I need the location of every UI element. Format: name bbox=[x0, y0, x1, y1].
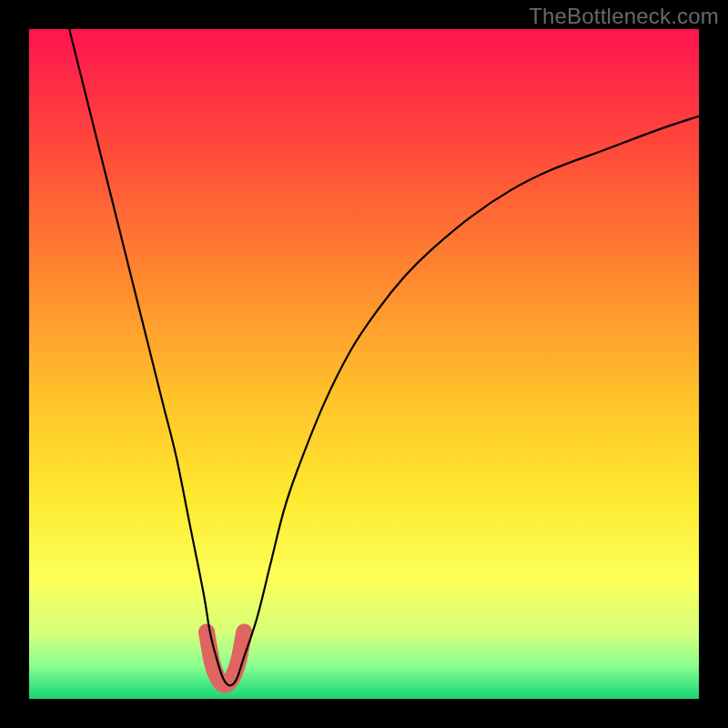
chart-canvas bbox=[0, 0, 728, 728]
outer-frame: TheBottleneck.com bbox=[0, 0, 728, 728]
plot-background bbox=[29, 29, 699, 699]
watermark-text: TheBottleneck.com bbox=[529, 4, 719, 29]
